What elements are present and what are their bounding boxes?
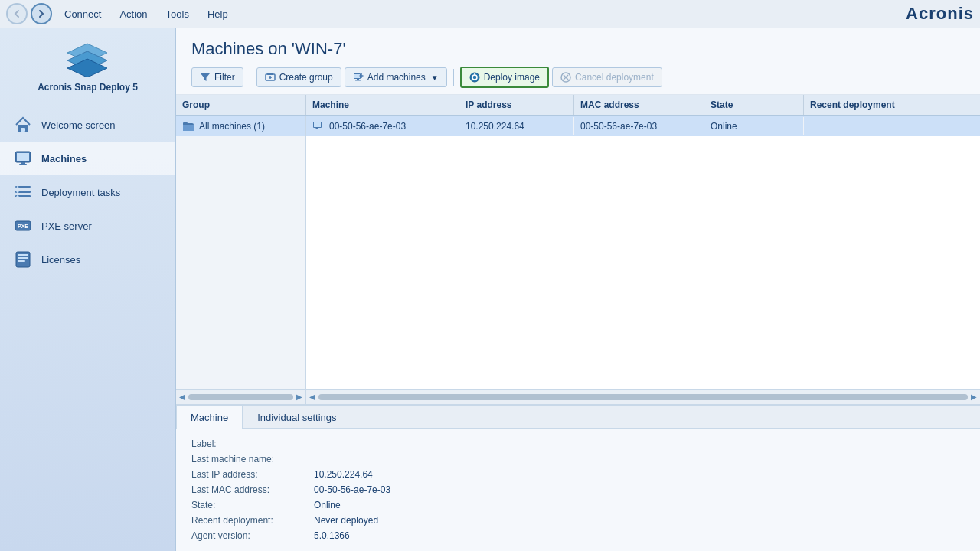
- forward-button[interactable]: [31, 3, 52, 24]
- content-header: Machines on 'WIN-7' Filter Create group …: [176, 28, 980, 95]
- col-ip: IP address: [459, 95, 574, 115]
- pxe-icon: PXE: [12, 215, 34, 236]
- left-scroll-thumb[interactable]: [188, 394, 293, 400]
- detail-state-row: State: Online: [191, 497, 965, 513]
- menu-connect[interactable]: Connect: [61, 7, 104, 21]
- create-group-icon: [265, 72, 276, 83]
- acronis-logo: Acronis: [906, 4, 974, 24]
- cancel-deployment-button[interactable]: Cancel deployment: [552, 67, 662, 87]
- detail-last-mac-row: Last MAC address: 00-50-56-ae-7e-03: [191, 482, 965, 497]
- tab-individual-settings[interactable]: Individual settings: [243, 406, 351, 429]
- recent-deployment-value: Never deployed: [314, 515, 378, 526]
- agent-version-key: Agent version:: [191, 530, 314, 541]
- svg-rect-26: [354, 74, 360, 78]
- create-group-label: Create group: [279, 72, 333, 83]
- tab-machine[interactable]: Machine: [176, 406, 243, 429]
- left-scroll-left-arrow[interactable]: ◀: [179, 393, 185, 401]
- sidebar-app-title: Acronis Snap Deploy 5: [38, 82, 138, 93]
- left-scrollbar: ◀ ▶: [176, 390, 306, 404]
- page-title: Machines on 'WIN-7': [191, 39, 965, 59]
- sidebar-item-licenses[interactable]: Licenses: [0, 243, 175, 276]
- group-all-machines[interactable]: All machines (1): [176, 116, 305, 136]
- svg-rect-4: [21, 128, 25, 132]
- detail-agent-version-row: Agent version: 5.0.1366: [191, 528, 965, 543]
- svg-rect-22: [267, 73, 273, 75]
- add-machines-button[interactable]: Add machines ▼: [345, 67, 447, 87]
- last-machine-name-key: Last machine name:: [191, 454, 314, 465]
- svg-rect-42: [315, 129, 321, 129]
- group-all-machines-label: All machines (1): [199, 121, 265, 132]
- deploy-image-button[interactable]: Deploy image: [460, 67, 549, 88]
- bottom-panel: Machine Individual settings Label: Last …: [176, 404, 980, 551]
- create-group-button[interactable]: Create group: [256, 67, 341, 87]
- svg-point-14: [17, 195, 19, 197]
- cancel-deployment-icon: [560, 72, 571, 83]
- menu-items: Connect Action Tools Help: [61, 7, 231, 21]
- state-cell: Online: [704, 117, 804, 135]
- nav-buttons: [6, 3, 52, 24]
- svg-point-12: [17, 186, 19, 188]
- svg-rect-6: [17, 153, 29, 161]
- main-layout: Acronis Snap Deploy 5 Welcome screen Mac…: [0, 28, 980, 551]
- svg-rect-41: [316, 128, 318, 129]
- last-mac-value: 00-50-56-ae-7e-03: [314, 484, 390, 495]
- ip-cell: 10.250.224.64: [459, 117, 574, 135]
- sidebar-label-machines: Machines: [41, 153, 87, 165]
- col-state: State: [704, 95, 804, 115]
- svg-rect-20: [18, 260, 25, 262]
- machine-details: Label: Last machine name: Last IP addres…: [176, 429, 980, 551]
- right-scroll-right-arrow[interactable]: ▶: [971, 393, 977, 401]
- svg-text:PXE: PXE: [18, 223, 28, 229]
- sidebar-item-pxe-server[interactable]: PXE PXE server: [0, 209, 175, 243]
- machine-icon: [312, 120, 325, 132]
- back-button[interactable]: [6, 3, 28, 24]
- sidebar-item-deployment-tasks[interactable]: Deployment tasks: [0, 175, 175, 209]
- app-logo-icon: [63, 41, 112, 77]
- svg-rect-40: [314, 122, 321, 127]
- machine-pane: 00-50-56-ae-7e-03 10.250.224.64 00-50-56…: [306, 116, 980, 389]
- right-scroll-thumb[interactable]: [318, 394, 968, 400]
- label-key: Label:: [191, 439, 314, 449]
- toolbar-separator-2: [453, 69, 454, 86]
- scroll-area: ◀ ▶ ◀ ▶: [176, 389, 980, 404]
- svg-point-13: [17, 191, 19, 193]
- col-recent-deployment: Recent deployment: [804, 95, 980, 115]
- sidebar-nav: Welcome screen Machines Deployment tasks: [0, 108, 175, 276]
- filter-label: Filter: [214, 72, 235, 83]
- add-machines-label: Add machines: [368, 72, 426, 83]
- sidebar-item-machines[interactable]: Machines: [0, 142, 175, 175]
- col-machine: Machine: [306, 95, 459, 115]
- state-key: State:: [191, 500, 314, 510]
- left-scroll-right-arrow[interactable]: ▶: [296, 393, 302, 401]
- sidebar-label-pxe-server: PXE server: [41, 220, 92, 232]
- right-scrollbar: ◀ ▶: [306, 390, 980, 404]
- tasks-icon: [12, 181, 34, 203]
- last-ip-key: Last IP address:: [191, 469, 314, 480]
- menu-help[interactable]: Help: [204, 7, 231, 21]
- sidebar-label-licenses: Licenses: [41, 254, 80, 266]
- table-row[interactable]: 00-50-56-ae-7e-03 10.250.224.64 00-50-56…: [306, 116, 980, 136]
- toolbar: Filter Create group Add machines ▼ Deplo…: [191, 67, 965, 88]
- state-value: Online: [314, 500, 341, 510]
- svg-rect-28: [355, 80, 361, 81]
- bottom-tabs: Machine Individual settings: [176, 406, 980, 429]
- cancel-deployment-label: Cancel deployment: [575, 72, 654, 83]
- right-scroll-left-arrow[interactable]: ◀: [309, 393, 315, 401]
- menu-action[interactable]: Action: [116, 7, 150, 21]
- svg-rect-18: [18, 254, 28, 256]
- machine-cell: 00-50-56-ae-7e-03: [306, 116, 459, 136]
- add-machines-dropdown-arrow: ▼: [431, 73, 439, 82]
- deploy-image-label: Deploy image: [484, 72, 540, 83]
- menu-tools[interactable]: Tools: [163, 7, 192, 21]
- svg-rect-19: [18, 257, 28, 259]
- recent-deployment-cell: [804, 122, 980, 130]
- table-header-row: Group Machine IP address MAC address Sta…: [176, 95, 980, 116]
- add-machines-icon: [353, 72, 364, 83]
- svg-rect-27: [357, 79, 359, 80]
- group-folder-icon: [182, 120, 194, 132]
- svg-rect-8: [19, 164, 27, 165]
- detail-label-row: Label:: [191, 436, 965, 452]
- group-pane: All machines (1): [176, 116, 306, 389]
- sidebar-item-welcome[interactable]: Welcome screen: [0, 108, 175, 142]
- filter-button[interactable]: Filter: [191, 67, 243, 87]
